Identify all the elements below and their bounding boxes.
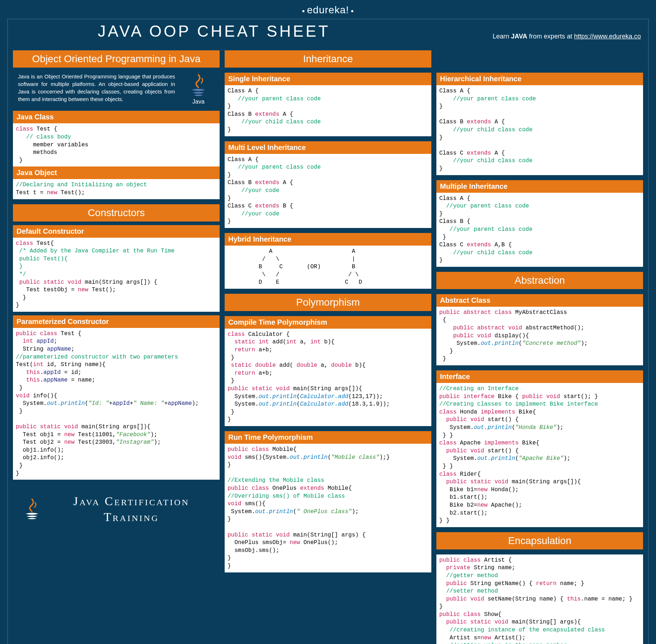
heading-oop: Object Oriented Programming in Java xyxy=(13,50,220,68)
code-java-class: class Test { // class body member variab… xyxy=(13,123,220,166)
code-interface: //Creating an Interface public interface… xyxy=(436,383,643,527)
heading-polymorphism: Polymorphism xyxy=(225,294,431,311)
code-runtime-poly: public class Mobile{ void sms(){System.o… xyxy=(225,444,431,572)
heading-constructors: Constructors xyxy=(13,204,220,221)
code-hier-inh: Class A { //your parent class code } Cla… xyxy=(436,85,643,175)
heading-runtime-poly: Run Time Polymorphism xyxy=(225,431,431,444)
learn-link-text: Learn JAVA from experts at https://www.e… xyxy=(492,33,641,40)
heading-java-object: Java Object xyxy=(13,166,220,179)
code-abstract-class: public abstract class MyAbstractClass { … xyxy=(436,307,643,365)
heading-param-ctor: Parameterized Constructor xyxy=(13,315,220,328)
heading-inheritance: Inheritance xyxy=(225,50,431,68)
code-java-object: //Declaring and Initializing an object T… xyxy=(13,179,220,199)
cert-banner: Java Certification Training xyxy=(13,485,220,534)
heading-hybrid-inh: Hybrid Inheritance xyxy=(225,233,431,246)
code-hybrid-inh: A A / \ | B C (OR) B \ / / \ D E C D xyxy=(225,246,431,289)
learn-link[interactable]: https://www.edureka.co xyxy=(574,33,641,40)
code-default-ctor: class Test{ /* Added by the Java Compile… xyxy=(13,238,220,312)
code-param-ctor: public class Test { int appId; String ap… xyxy=(13,328,220,480)
heading-default-ctor: Default Constructor xyxy=(13,225,220,238)
code-multiple-inh: Class A { //your parent class code } Cla… xyxy=(436,193,643,267)
brand-logo: edureka! xyxy=(7,4,649,16)
heading-interface: Interface xyxy=(436,370,643,383)
code-compile-poly: class Calculator { static int add(int a,… xyxy=(225,329,431,426)
heading-java-class: Java Class xyxy=(13,111,220,123)
heading-multilevel-inh: Multi Level Inheritance xyxy=(225,141,431,154)
heading-encapsulation: Encapsulation xyxy=(436,532,643,549)
heading-hier-inh: Hierarchical Inheritance xyxy=(436,73,643,85)
page-title: JAVA OOP CHEAT SHEET xyxy=(98,22,330,40)
java-logo-icon: Java xyxy=(182,73,215,106)
intro-text: Java is an Object Oriented Programming l… xyxy=(18,73,175,106)
code-encapsulation: public class Artist { private String nam… xyxy=(436,554,643,644)
code-single-inh: Class A { //your parent class code } Cla… xyxy=(225,85,431,136)
code-multilevel-inh: Class A { //your parent class code } Cla… xyxy=(225,154,431,228)
cert-text: Java Certification Training xyxy=(52,493,211,525)
heading-abstraction: Abstraction xyxy=(436,272,643,289)
heading-compile-poly: Compile Time Polymorphism xyxy=(225,316,431,329)
heading-multiple-inh: Multiple Inheritance xyxy=(436,180,643,193)
heading-abstract-class: Abstract Class xyxy=(436,294,643,307)
heading-single-inh: Single Inheritance xyxy=(225,73,431,85)
